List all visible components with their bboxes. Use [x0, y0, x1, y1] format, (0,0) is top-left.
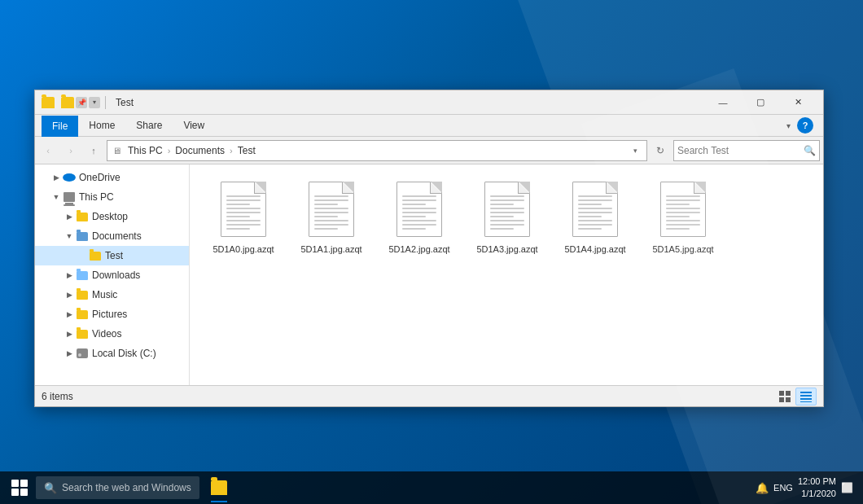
toolbar-folder-icon	[61, 97, 74, 108]
sidebar-item-desktop[interactable]: ▶ Desktop	[35, 207, 189, 226]
taskbar-language: ENG	[773, 483, 793, 493]
sidebar-label-pictures: Pictures	[92, 309, 186, 320]
expand-icon-downloads: ▶	[64, 270, 74, 280]
show-desktop[interactable]: ⬜	[841, 482, 853, 493]
file-doc-lines	[402, 195, 436, 232]
file-line	[578, 216, 602, 217]
explorer-icon	[211, 480, 227, 495]
breadcrumb-test[interactable]: Test	[234, 144, 259, 157]
sidebar-label-onedrive: OneDrive	[79, 172, 186, 183]
help-button[interactable]: ?	[797, 117, 813, 134]
file-line	[490, 228, 514, 230]
refresh-button[interactable]: ↻	[651, 141, 670, 160]
file-line	[666, 224, 700, 226]
taskbar-search[interactable]: 🔍 Search the web and Windows	[36, 476, 199, 499]
dropdown-icon[interactable]: ▾	[89, 97, 100, 108]
file-item[interactable]: 5D1A1.jpg.azqt	[291, 173, 372, 261]
sidebar-item-test[interactable]: ▶ Test	[35, 246, 189, 265]
file-line	[666, 216, 690, 217]
title-bar-icons: 📌 ▾	[42, 96, 109, 109]
title-bar: 📌 ▾ Test — ▢ ✕	[35, 90, 823, 115]
detail-view-button[interactable]	[795, 388, 817, 405]
view-buttons	[774, 388, 817, 405]
file-line	[490, 220, 524, 221]
sidebar-item-music[interactable]: ▶ Music	[35, 285, 189, 305]
tab-file[interactable]: File	[42, 116, 78, 137]
minimize-button[interactable]: —	[704, 90, 742, 115]
ribbon-collapse[interactable]: ▾	[782, 120, 794, 131]
tab-home[interactable]: Home	[78, 115, 125, 136]
clock-time: 12:00 PM	[798, 476, 836, 488]
ribbon-tabs: File Home Share View ▾ ?	[35, 115, 823, 136]
file-item[interactable]: 5D1A3.jpg.azqt	[467, 173, 548, 261]
file-item[interactable]: 5D1A2.jpg.azqt	[379, 173, 460, 261]
close-button[interactable]: ✕	[779, 90, 817, 115]
expand-icon-videos: ▶	[64, 329, 74, 339]
file-line	[226, 224, 261, 226]
file-line	[490, 204, 514, 205]
desktop-folder-icon	[76, 210, 89, 223]
file-item[interactable]: 5D1A4.jpg.azqt	[554, 173, 636, 261]
file-line	[402, 199, 436, 201]
sidebar-item-documents[interactable]: ▼ Documents	[35, 226, 189, 246]
file-label: 5D1A3.jpg.azqt	[476, 243, 537, 255]
file-line	[578, 228, 602, 230]
sidebar-label-videos: Videos	[92, 328, 186, 340]
file-line	[402, 220, 436, 221]
sidebar-item-this-pc[interactable]: ▼ This PC	[35, 187, 189, 207]
file-line	[314, 204, 338, 205]
grid-view-button[interactable]	[774, 388, 795, 405]
file-line	[402, 224, 436, 226]
file-line	[578, 204, 602, 205]
downloads-icon	[76, 269, 89, 282]
videos-icon	[76, 327, 89, 340]
up-button[interactable]: ↑	[84, 141, 103, 160]
search-box[interactable]: 🔍	[673, 140, 820, 161]
expand-icon-pictures: ▶	[64, 309, 74, 319]
file-label: 5D1A0.jpg.azqt	[212, 243, 274, 255]
sidebar-label-music: Music	[92, 289, 186, 300]
svg-rect-6	[800, 398, 812, 400]
file-line	[226, 212, 261, 213]
svg-rect-7	[800, 401, 812, 402]
file-item[interactable]: 5D1A5.jpg.azqt	[642, 173, 724, 261]
tab-share[interactable]: Share	[125, 115, 173, 136]
sidebar-item-local-disk[interactable]: ▶ Local Disk (C:)	[35, 344, 189, 363]
music-icon	[76, 288, 89, 301]
file-line	[490, 195, 524, 197]
window-title: Test	[116, 97, 704, 108]
file-item[interactable]: 5D1A0.jpg.azqt	[203, 173, 284, 261]
tab-view[interactable]: View	[173, 115, 215, 136]
file-line	[402, 204, 426, 205]
file-line	[402, 216, 426, 217]
svg-rect-2	[779, 397, 784, 402]
restore-button[interactable]: ▢	[742, 90, 779, 115]
file-label: 5D1A5.jpg.azqt	[652, 243, 713, 255]
file-line	[490, 216, 514, 217]
sidebar-item-videos[interactable]: ▶ Videos	[35, 324, 189, 344]
file-doc-lines	[490, 195, 524, 232]
sidebar-item-onedrive[interactable]: ▶ OneDrive	[35, 168, 189, 187]
back-button[interactable]: ‹	[38, 141, 58, 160]
breadcrumb-this-pc[interactable]: This PC	[125, 144, 166, 157]
file-doc-lines	[578, 195, 612, 232]
expand-icon: ▶	[51, 173, 61, 182]
taskbar-notification-icon[interactable]: 🔔	[756, 482, 769, 494]
taskbar-explorer[interactable]	[203, 471, 235, 504]
start-button[interactable]	[3, 471, 36, 504]
forward-button[interactable]: ›	[61, 141, 81, 160]
sidebar-item-pictures[interactable]: ▶ Pictures	[35, 305, 189, 324]
clock-date: 1/1/2020	[798, 488, 836, 500]
taskbar-search-placeholder: Search the web and Windows	[62, 482, 191, 493]
taskbar-right: 🔔 ENG 12:00 PM 1/1/2020 ⬜	[749, 476, 860, 501]
search-icon[interactable]: 🔍	[804, 145, 816, 156]
file-doc-lines	[666, 195, 700, 232]
file-line	[226, 220, 261, 221]
window-controls: — ▢ ✕	[704, 90, 817, 115]
file-icon	[217, 178, 269, 240]
search-input[interactable]	[677, 145, 804, 156]
breadcrumb-documents[interactable]: Documents	[172, 144, 228, 157]
sidebar-item-downloads[interactable]: ▶ Downloads	[35, 265, 189, 285]
file-line	[578, 224, 612, 226]
breadcrumb-dropdown[interactable]: ▾	[629, 144, 642, 157]
